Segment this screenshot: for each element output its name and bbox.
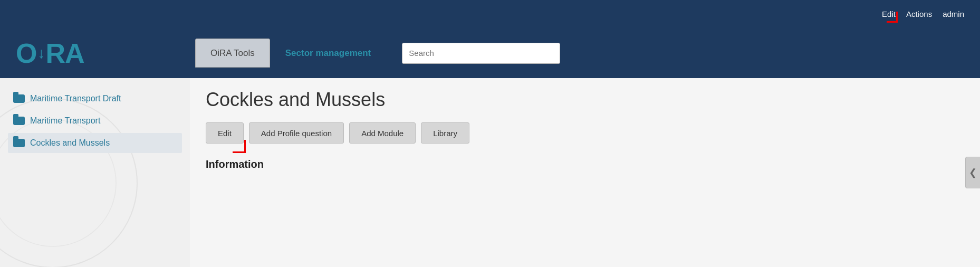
search-box [402,43,560,64]
section-header: Information [206,158,964,170]
sidebar-item-maritime-transport[interactable]: Maritime Transport [8,111,182,131]
chevron-left-icon: ❮ [969,167,977,178]
logo-area: O ↓ RA [16,37,195,69]
content-area: Cockles and Mussels Edit Add Profile que… [190,78,980,267]
edit-button[interactable]: Edit [206,122,244,144]
logo-ra: RA [45,37,84,69]
top-admin-link[interactable]: admin [943,9,964,18]
top-actions-link[interactable]: Actions [906,9,932,18]
logo: O ↓ RA [16,37,84,69]
nav-tabs: OiRA Tools Sector management [195,28,386,78]
edit-button-wrap: Edit [206,122,244,144]
tab-sector-management-label: Sector management [285,48,371,59]
library-button[interactable]: Library [421,122,469,144]
page-title: Cockles and Mussels [206,89,964,111]
top-navigation: Edit Actions admin [0,0,980,28]
sidebar-item-label: Maritime Transport Draft [30,94,121,103]
sidebar: Maritime Transport Draft Maritime Transp… [0,78,190,267]
sidebar-item-cockles-and-mussels[interactable]: Cockles and Mussels [8,133,182,153]
add-profile-question-button[interactable]: Add Profile question [249,122,344,144]
sidebar-item-label: Cockles and Mussels [30,138,110,148]
logo-arrow-icon: ↓ [37,45,44,62]
main-layout: Maritime Transport Draft Maritime Transp… [0,78,980,267]
folder-icon [13,138,25,148]
top-edit-link[interactable]: Edit [882,9,896,18]
search-input[interactable] [402,43,560,64]
tab-sector-management[interactable]: Sector management [270,39,387,68]
folder-icon [13,94,25,103]
folder-icon [13,116,25,126]
tab-oira-tools-label: OiRA Tools [210,48,255,59]
add-module-button[interactable]: Add Module [349,122,416,144]
sidebar-item-maritime-transport-draft[interactable]: Maritime Transport Draft [8,89,182,109]
action-buttons: Edit Add Profile question Add Module Lib… [206,122,964,144]
tab-oira-tools[interactable]: OiRA Tools [195,39,270,68]
header: O ↓ RA OiRA Tools Sector management [0,28,980,78]
sidebar-item-label: Maritime Transport [30,116,100,126]
logo-o: O [16,37,36,69]
right-panel-toggle[interactable]: ❮ [965,157,980,188]
